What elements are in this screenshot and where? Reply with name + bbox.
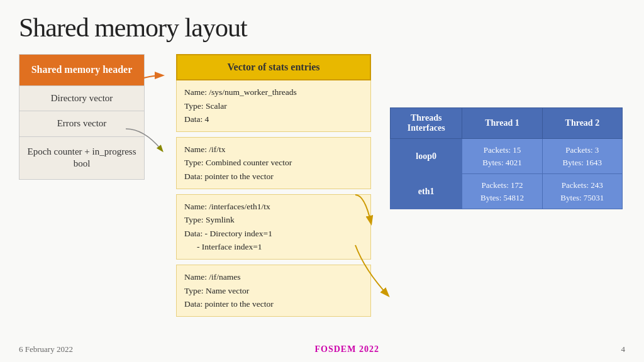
entry3-line4: - Interface index=1 bbox=[184, 240, 363, 254]
entry1-line2: Type: Scalar bbox=[184, 99, 363, 113]
table-row-loop0: loop0 Packets: 15Bytes: 4021 Packets: 3B… bbox=[391, 139, 623, 174]
footer-page: 4 bbox=[621, 344, 625, 354]
stats-entry-4: Name: /if/names Type: Name vector Data: … bbox=[176, 265, 371, 317]
stats-entry-2: Name: /if/tx Type: Combined counter vect… bbox=[176, 137, 371, 189]
row-loop0-thread2: Packets: 3Bytes: 1643 bbox=[542, 139, 622, 174]
row-eth1-thread1: Packets: 172Bytes: 54812 bbox=[462, 174, 542, 209]
table-row-eth1: eth1 Packets: 172Bytes: 54812 Packets: 2… bbox=[391, 174, 623, 209]
footer: 6 February 2022 FOSDEM 2022 4 bbox=[0, 344, 644, 354]
stats-header: Vector of stats entries bbox=[176, 54, 371, 80]
table-header-thread2: Thread 2 bbox=[542, 108, 622, 139]
entry2-line1: Name: /if/tx bbox=[184, 143, 363, 156]
entry4-line2: Type: Name vector bbox=[184, 284, 363, 298]
entry2-line3: Data: pointer to the vector bbox=[184, 170, 363, 184]
stats-entry-1: Name: /sys/num_worker_threads Type: Scal… bbox=[176, 80, 371, 132]
entry1-line3: Data: 4 bbox=[184, 112, 363, 126]
slide: Shared memory layout Shared memory heade… bbox=[0, 0, 644, 362]
mem-block-header: Shared memory header bbox=[19, 54, 145, 86]
table-header-thread1: Thread 1 bbox=[462, 108, 542, 139]
entry1-line1: Name: /sys/num_worker_threads bbox=[184, 85, 363, 99]
entry2-line2: Type: Combined counter vector bbox=[184, 156, 363, 170]
entry4-line3: Data: pointer to the vector bbox=[184, 297, 363, 311]
row-loop0-thread1: Packets: 15Bytes: 4021 bbox=[462, 139, 542, 174]
mem-block-errors: Errors vector bbox=[19, 111, 145, 137]
entry3-line2: Type: Symlink bbox=[184, 213, 363, 227]
entry4-line1: Name: /if/names bbox=[184, 270, 363, 284]
row-eth1-label: eth1 bbox=[391, 174, 462, 209]
footer-brand: FOSDEM 2022 bbox=[315, 344, 379, 354]
mem-block-epoch: Epoch counter + in_progress bool bbox=[19, 137, 145, 180]
row-eth1-thread2: Packets: 243Bytes: 75031 bbox=[542, 174, 622, 209]
threads-table: ThreadsInterfaces Thread 1 Thread 2 loop… bbox=[390, 107, 623, 209]
main-content: Shared memory header Directory vector Er… bbox=[19, 54, 625, 317]
entry3-line1: Name: /interfaces/eth1/tx bbox=[184, 200, 363, 214]
stats-entry-3: Name: /interfaces/eth1/tx Type: Symlink … bbox=[176, 194, 371, 260]
table-header-interfaces: ThreadsInterfaces bbox=[391, 108, 462, 139]
slide-title: Shared memory layout bbox=[19, 13, 625, 43]
row-loop0-label: loop0 bbox=[391, 139, 462, 174]
right-column: ThreadsInterfaces Thread 1 Thread 2 loop… bbox=[390, 107, 623, 209]
mem-block-directory: Directory vector bbox=[19, 86, 145, 112]
middle-column: Vector of stats entries Name: /sys/num_w… bbox=[176, 54, 371, 317]
entry3-line3: Data: - Directory index=1 bbox=[184, 227, 363, 241]
left-column: Shared memory header Directory vector Er… bbox=[19, 54, 145, 180]
footer-date: 6 February 2022 bbox=[19, 344, 73, 354]
